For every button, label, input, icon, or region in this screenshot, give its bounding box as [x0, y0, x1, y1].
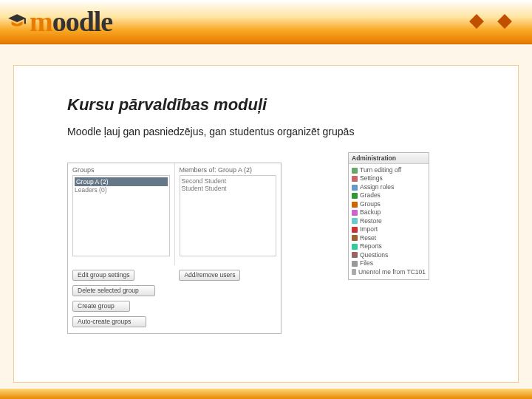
admin-item-label: Grades [360, 191, 381, 200]
admin-item-icon [352, 227, 358, 233]
groups-column-header: Groups [72, 166, 170, 175]
admin-item-icon [352, 269, 356, 275]
brand-logo: moodle [7, 5, 112, 38]
admin-item-label: Groups [360, 200, 381, 208]
header-bar: moodle [0, 0, 532, 44]
member-item[interactable]: Student Student [182, 185, 275, 192]
admin-item-label: Reset [360, 234, 376, 242]
admin-item[interactable]: Groups [352, 200, 426, 208]
groups-panel: Groups Group A (2) Leaders (0) Members o… [67, 163, 282, 334]
admin-item[interactable]: Questions [352, 251, 426, 259]
admin-item-label: Files [360, 259, 373, 267]
admin-item-label: Questions [360, 251, 388, 259]
admin-item[interactable]: Unenrol me from TC101 [352, 268, 426, 276]
group-buttons: Edit group settings Add/remove users Del… [68, 265, 281, 333]
admin-item-label: Reports [360, 242, 382, 250]
admin-item-icon [352, 261, 358, 267]
admin-item[interactable]: Reports [352, 242, 426, 250]
admin-item-label: Turn editing off [360, 166, 401, 174]
admin-item[interactable]: Grades [352, 191, 426, 200]
admin-item-label: Unenrol me from TC101 [358, 268, 426, 276]
administration-list: Turn editing offSettingsAssign rolesGrad… [349, 164, 429, 279]
members-listbox[interactable]: Second Student Student Student [180, 175, 277, 256]
admin-item-label: Restore [360, 217, 382, 225]
admin-item-label: Settings [360, 174, 383, 183]
administration-header: Administration [349, 153, 429, 164]
administration-block: Administration Turn editing offSettingsA… [348, 152, 429, 280]
group-item[interactable]: Leaders (0) [75, 186, 168, 194]
admin-item-icon [352, 193, 358, 199]
slide-title: Kursu pārvaldības moduļi [67, 95, 474, 115]
groups-column: Groups Group A (2) Leaders (0) [68, 163, 175, 265]
edit-group-settings-button[interactable]: Edit group settings [72, 270, 134, 281]
members-column-header: Members of: Group A (2) [180, 166, 277, 175]
admin-item-label: Assign roles [360, 183, 394, 191]
admin-item-icon [352, 218, 358, 224]
footer-strip [0, 389, 532, 399]
add-remove-users-button[interactable]: Add/remove users [179, 270, 240, 281]
brand-text: moodle [30, 5, 112, 38]
nav-controls [471, 16, 510, 27]
delete-selected-group-button[interactable]: Delete selected group [72, 285, 155, 296]
nav-prev-icon[interactable] [469, 14, 484, 29]
admin-item-label: Import [360, 225, 378, 233]
admin-item[interactable]: Assign roles [352, 183, 426, 191]
group-item-selected[interactable]: Group A (2) [75, 177, 168, 186]
create-group-button[interactable]: Create group [72, 301, 130, 312]
slide-content: Kursu pārvaldības moduļi Moodle ļauj gan… [13, 65, 519, 383]
members-column: Members of: Group A (2) Second Student S… [175, 163, 282, 265]
admin-item-icon [352, 235, 358, 241]
nav-next-icon[interactable] [497, 14, 512, 29]
admin-item[interactable]: Restore [352, 217, 426, 225]
slide-body-text: Moodle ļauj gan pasniedzējus, gan studen… [67, 125, 378, 139]
admin-item-icon [352, 202, 358, 208]
admin-item[interactable]: Reset [352, 234, 426, 242]
admin-item-icon [352, 210, 358, 216]
graduation-cap-icon [7, 12, 27, 31]
admin-item-icon [352, 244, 358, 250]
member-item[interactable]: Second Student [182, 177, 275, 185]
admin-item[interactable]: Import [352, 225, 426, 233]
admin-item[interactable]: Files [352, 259, 426, 267]
groups-listbox[interactable]: Group A (2) Leaders (0) [72, 175, 170, 256]
admin-item[interactable]: Settings [352, 174, 426, 183]
admin-item-icon [352, 185, 358, 191]
admin-item-label: Backup [360, 208, 381, 216]
admin-item-icon [352, 168, 358, 174]
admin-item-icon [352, 176, 358, 182]
admin-item[interactable]: Turn editing off [352, 166, 426, 174]
auto-create-groups-button[interactable]: Auto-create groups [72, 316, 146, 327]
admin-item-icon [352, 252, 358, 258]
admin-item[interactable]: Backup [352, 208, 426, 216]
